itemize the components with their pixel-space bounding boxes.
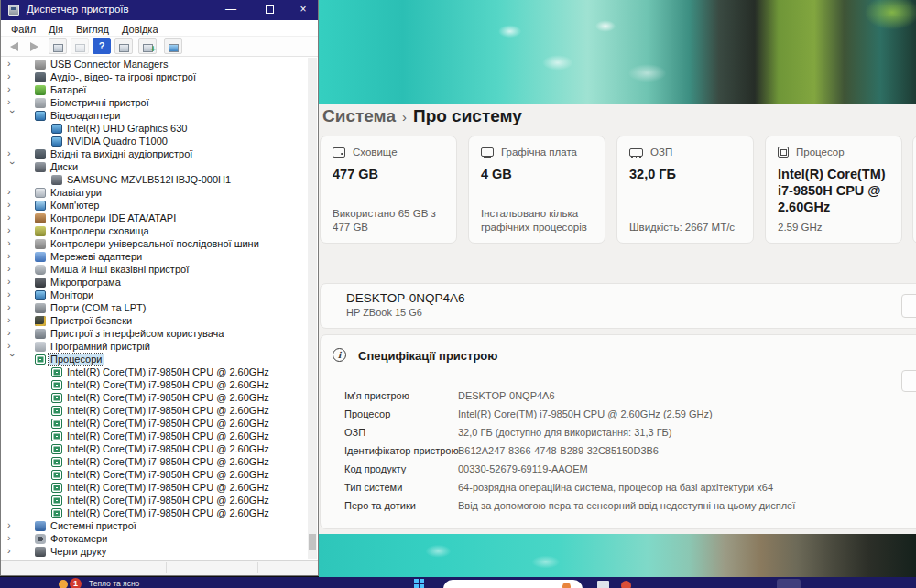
tree-item[interactable]: ›Системні пристрої bbox=[2, 519, 310, 532]
chevron-down-icon[interactable]: › bbox=[6, 354, 18, 363]
tree-item[interactable]: Intel(R) Core(TM) i7-9850H CPU @ 2.60GHz bbox=[2, 455, 310, 468]
chevron-right-icon[interactable]: › bbox=[7, 237, 16, 249]
showhide-button[interactable] bbox=[114, 38, 133, 54]
device-manager-titlebar[interactable]: Диспетчер пристроїв — × bbox=[1, 0, 318, 20]
chevron-right-icon[interactable]: › bbox=[7, 58, 16, 70]
rename-pc-button[interactable] bbox=[901, 294, 916, 318]
menu-item-2[interactable]: Дія bbox=[42, 22, 70, 37]
spec-row: Ідентифікатор пристроюB612A247-8366-4748… bbox=[321, 442, 916, 461]
disabled-doc-button[interactable] bbox=[71, 38, 89, 54]
chevron-right-icon[interactable]: › bbox=[7, 212, 16, 223]
menu-item-4[interactable]: Довідка bbox=[115, 22, 165, 37]
tree-item[interactable]: NVIDIA Quadro T1000 bbox=[2, 135, 310, 147]
tree-item[interactable]: Intel(R) Core(TM) i7-9850H CPU @ 2.60GHz bbox=[2, 442, 310, 455]
chevron-right-icon[interactable]: › bbox=[7, 199, 16, 211]
close-button[interactable]: × bbox=[288, 0, 319, 20]
tree-item[interactable]: ›Монітори bbox=[2, 289, 310, 301]
tree-item[interactable]: ›Процесори bbox=[2, 353, 310, 365]
tree-item[interactable]: Intel(R) Core(TM) i7-9850H CPU @ 2.60GHz bbox=[2, 494, 310, 506]
summary-card-label: Сховище bbox=[353, 147, 398, 158]
tree-item[interactable]: ›Комп'ютер bbox=[2, 199, 310, 212]
minimize-button[interactable]: — bbox=[215, 0, 246, 20]
chevron-right-icon[interactable]: › bbox=[7, 545, 16, 557]
tree-item[interactable]: Intel(R) Core(TM) i7-9850H CPU @ 2.60GHz bbox=[2, 391, 310, 404]
chevron-right-icon[interactable]: › bbox=[7, 71, 16, 82]
tree-item[interactable]: Intel(R) Core(TM) i7-9850H CPU @ 2.60GHz bbox=[2, 430, 310, 442]
scan-hardware-button[interactable] bbox=[138, 38, 157, 54]
tree-item[interactable]: ›Порти (COM та LPT) bbox=[2, 301, 310, 314]
copy-specs-button[interactable] bbox=[901, 370, 916, 392]
scrollbar-thumb[interactable] bbox=[309, 534, 316, 550]
chevron-right-icon[interactable]: › bbox=[7, 532, 16, 544]
file-explorer-icon[interactable] bbox=[597, 581, 609, 588]
tree-item[interactable]: Intel(R) Core(TM) i7-9850H CPU @ 2.60GHz bbox=[2, 417, 310, 430]
chevron-right-icon[interactable]: › bbox=[7, 301, 16, 313]
remote-computer-button[interactable] bbox=[164, 38, 182, 54]
tree-item[interactable]: ›Батареї bbox=[2, 83, 310, 96]
chevron-right-icon[interactable]: › bbox=[7, 96, 16, 108]
properties-button[interactable] bbox=[49, 38, 67, 54]
tree-item[interactable]: Intel(R) Core(TM) i7-9850H CPU @ 2.60GHz bbox=[2, 365, 310, 378]
chevron-down-icon[interactable]: › bbox=[6, 161, 18, 170]
breadcrumb-system[interactable]: Система bbox=[322, 106, 396, 125]
chevron-right-icon[interactable]: › bbox=[7, 276, 16, 288]
tree-item[interactable]: ›Відеоадаптери bbox=[2, 109, 310, 122]
chevron-right-icon[interactable]: › bbox=[7, 147, 16, 159]
menu-item-3[interactable]: Вигляд bbox=[70, 22, 115, 37]
tree-item[interactable]: Intel(R) Core(TM) i7-9850H CPU @ 2.60GHz bbox=[2, 506, 310, 519]
chevron-right-icon[interactable]: › bbox=[7, 327, 16, 339]
maximize-button[interactable] bbox=[254, 0, 285, 20]
tree-item[interactable]: ›Біометричні пристрої bbox=[2, 96, 310, 109]
tree-item[interactable]: ›Миша й інші вказівні пристрої bbox=[2, 263, 310, 276]
menu-item-1[interactable]: Файл bbox=[5, 22, 42, 37]
chevron-right-icon[interactable]: › bbox=[7, 250, 16, 262]
device-specs-header[interactable]: i Специфікації пристрою bbox=[321, 335, 916, 376]
tree-item[interactable]: SAMSUNG MZVLB512HBJQ-000H1 bbox=[2, 173, 310, 186]
chevron-right-icon[interactable]: › bbox=[7, 83, 16, 95]
chevron-right-icon[interactable]: › bbox=[7, 224, 16, 236]
tree-item[interactable]: ›Контролери IDE ATA/ATAPI bbox=[2, 212, 310, 224]
tree-item[interactable]: ›Черги друку bbox=[2, 545, 310, 558]
chevron-down-icon[interactable]: › bbox=[6, 110, 18, 119]
start-button-icon[interactable] bbox=[414, 579, 424, 588]
spec-row: Тип системи64-розрядна операційна систем… bbox=[321, 479, 916, 497]
chevron-right-icon[interactable]: › bbox=[7, 314, 16, 326]
tree-item[interactable]: Intel(R) Core(TM) i7-9850H CPU @ 2.60GHz bbox=[2, 481, 310, 494]
tree-item[interactable]: ›Контролери універсальної послідовної ши… bbox=[2, 237, 310, 250]
tree-item[interactable]: ›Мікропрограма bbox=[2, 276, 310, 289]
tree-item[interactable]: ›Програмний пристрій bbox=[2, 340, 310, 353]
tree-item[interactable]: ›Фотокамери bbox=[2, 532, 310, 545]
active-app-tile[interactable] bbox=[777, 579, 801, 588]
tree-item[interactable]: ›Пристрої з інтерфейсом користувача bbox=[2, 327, 310, 340]
spec-label: Код продукту bbox=[344, 463, 406, 474]
forward-arrow-button[interactable] bbox=[25, 38, 43, 54]
tree-item[interactable]: Intel(R) Core(TM) i7-9850H CPU @ 2.60GHz bbox=[2, 468, 310, 481]
chevron-right-icon[interactable]: › bbox=[7, 263, 16, 275]
tree-scrollbar[interactable] bbox=[308, 58, 317, 559]
help-button[interactable]: ? bbox=[93, 38, 111, 54]
chevron-right-icon[interactable]: › bbox=[7, 519, 16, 531]
chevron-right-icon[interactable]: › bbox=[7, 289, 16, 300]
tree-item[interactable]: ›Клавіатури bbox=[2, 186, 310, 199]
taskbar-app-icon[interactable] bbox=[621, 581, 631, 588]
chevron-right-icon[interactable]: › bbox=[7, 186, 16, 198]
tree-item-label: Процесори bbox=[49, 354, 104, 365]
tree-item[interactable]: ›Диски bbox=[2, 160, 310, 173]
tree-item-label: Контролери IDE ATA/ATAPI bbox=[50, 212, 176, 224]
tree-item[interactable]: Intel(R) UHD Graphics 630 bbox=[2, 122, 310, 135]
tree-item[interactable]: Intel(R) Core(TM) i7-9850H CPU @ 2.60GHz bbox=[2, 378, 310, 391]
tree-item[interactable]: ›Аудіо-, відео- та ігрові пристрої bbox=[2, 71, 310, 83]
summary-card-header: Графічна плата bbox=[481, 147, 593, 158]
tree-item[interactable]: ›Мережеві адаптери bbox=[2, 250, 310, 263]
search-box[interactable] bbox=[443, 580, 583, 588]
tree-item[interactable]: ›USB Connector Managers bbox=[2, 58, 310, 71]
chevron-right-icon[interactable]: › bbox=[7, 340, 16, 352]
spec-value: B612A247-8366-4748-B289-32C85150D3B6 bbox=[458, 445, 659, 456]
tree-item[interactable]: Intel(R) Core(TM) i7-9850H CPU @ 2.60GHz bbox=[2, 404, 310, 417]
back-arrow-button[interactable] bbox=[5, 38, 23, 54]
widgets-button[interactable]: Тепло та ясно bbox=[89, 579, 139, 588]
tree-item[interactable]: ›Вхідні та вихідні аудіопристрої bbox=[2, 147, 310, 160]
widgets-badge[interactable]: 1 bbox=[70, 578, 82, 588]
tree-item[interactable]: ›Пристрої безпеки bbox=[2, 314, 310, 327]
tree-item[interactable]: ›Контролери сховища bbox=[2, 224, 310, 237]
